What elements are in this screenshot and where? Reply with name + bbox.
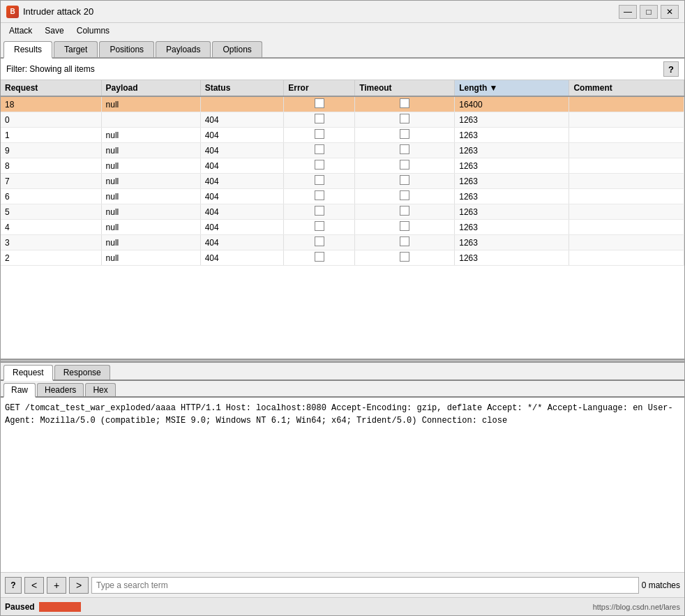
cell-error-checkbox[interactable] <box>315 144 324 154</box>
table-row[interactable]: 1null4041263 <box>1 128 684 143</box>
cell-error-checkbox[interactable] <box>315 190 324 200</box>
cell-timeout[interactable] <box>355 204 455 220</box>
cell-error[interactable] <box>284 112 355 128</box>
cell-error-checkbox[interactable] <box>315 236 324 246</box>
cell-timeout-checkbox[interactable] <box>400 221 409 231</box>
cell-error-checkbox[interactable] <box>315 252 324 262</box>
cell-timeout-checkbox[interactable] <box>400 129 409 139</box>
search-input[interactable] <box>91 577 639 594</box>
table-row[interactable]: 2null4041263 <box>1 250 684 266</box>
cell-error-checkbox[interactable] <box>315 98 324 108</box>
cell-timeout[interactable] <box>355 112 455 128</box>
paused-bar <box>39 602 81 612</box>
cell-error-checkbox[interactable] <box>315 206 324 216</box>
cell-timeout-checkbox[interactable] <box>400 252 409 262</box>
cell-timeout-checkbox[interactable] <box>400 160 409 170</box>
table-row[interactable]: 9null4041263 <box>1 143 684 158</box>
cell-timeout[interactable] <box>355 128 455 143</box>
title-bar: B Intruder attack 20 — □ ✕ <box>1 1 684 23</box>
bottom-help-button[interactable]: ? <box>5 577 22 594</box>
next-button[interactable]: > <box>69 577 89 594</box>
col-status[interactable]: Status <box>200 80 284 96</box>
menu-save[interactable]: Save <box>39 24 69 37</box>
cell-timeout-checkbox[interactable] <box>400 175 409 185</box>
cell-timeout[interactable] <box>355 158 455 174</box>
cell-timeout[interactable] <box>355 96 455 112</box>
help-button[interactable]: ? <box>663 61 679 77</box>
col-request[interactable]: Request <box>1 80 101 96</box>
cell-error-checkbox[interactable] <box>315 160 324 170</box>
bottom-section: Request Response Raw Headers Hex GET /to… <box>1 363 684 597</box>
sub-tab-request[interactable]: Request <box>3 365 53 381</box>
cell-error-checkbox[interactable] <box>315 129 324 139</box>
col-length[interactable]: Length ▼ <box>455 80 569 96</box>
cell-timeout-checkbox[interactable] <box>400 144 409 154</box>
cell-error[interactable] <box>284 128 355 143</box>
cell-error-checkbox[interactable] <box>315 114 324 123</box>
inner-tab-hex[interactable]: Hex <box>85 383 115 396</box>
table-row[interactable]: 18null16400 <box>1 96 684 112</box>
add-button[interactable]: + <box>47 577 66 594</box>
cell-error[interactable] <box>284 96 355 112</box>
request-content: GET /tomcat_test_war_exploded/aaaa HTTP/… <box>1 398 684 572</box>
tab-target[interactable]: Target <box>54 41 98 57</box>
cell-error-checkbox[interactable] <box>315 175 324 185</box>
table-row[interactable]: 7null4041263 <box>1 174 684 189</box>
cell-error[interactable] <box>284 220 355 235</box>
close-button[interactable]: ✕ <box>661 5 679 19</box>
table-row[interactable]: 3null4041263 <box>1 235 684 250</box>
tab-payloads[interactable]: Payloads <box>156 41 211 57</box>
cell-error[interactable] <box>284 158 355 174</box>
menu-columns[interactable]: Columns <box>71 24 115 37</box>
cell-error[interactable] <box>284 189 355 204</box>
maximize-button[interactable]: □ <box>640 5 658 19</box>
table-body: 18null16400040412631null40412639null4041… <box>1 96 684 266</box>
tab-results[interactable]: Results <box>3 41 52 59</box>
sub-tab-response[interactable]: Response <box>54 365 110 380</box>
menu-attack[interactable]: Attack <box>3 24 38 37</box>
cell-error[interactable] <box>284 250 355 266</box>
window-title: Intruder attack 20 <box>23 6 619 17</box>
cell-timeout-checkbox[interactable] <box>400 206 409 216</box>
cell-timeout-checkbox[interactable] <box>400 98 409 108</box>
cell-payload: null <box>101 143 200 158</box>
col-payload[interactable]: Payload <box>101 80 200 96</box>
prev-button[interactable]: < <box>24 577 44 594</box>
cell-timeout[interactable] <box>355 143 455 158</box>
cell-error[interactable] <box>284 235 355 250</box>
cell-timeout[interactable] <box>355 220 455 235</box>
cell-request: 2 <box>1 250 101 266</box>
table-row[interactable]: 8null4041263 <box>1 158 684 174</box>
cell-error[interactable] <box>284 174 355 189</box>
cell-timeout[interactable] <box>355 174 455 189</box>
cell-comment <box>569 128 684 143</box>
col-comment[interactable]: Comment <box>569 80 684 96</box>
cell-timeout-checkbox[interactable] <box>400 190 409 200</box>
inner-tab-bar: Raw Headers Hex <box>1 381 684 398</box>
cell-error[interactable] <box>284 204 355 220</box>
cell-error[interactable] <box>284 143 355 158</box>
tab-positions[interactable]: Positions <box>99 41 154 57</box>
table-row[interactable]: 04041263 <box>1 112 684 128</box>
cell-error-checkbox[interactable] <box>315 221 324 231</box>
title-controls: — □ ✕ <box>619 5 679 19</box>
inner-tab-raw[interactable]: Raw <box>3 383 36 398</box>
cell-timeout[interactable] <box>355 189 455 204</box>
inner-tab-headers[interactable]: Headers <box>37 383 84 396</box>
cell-timeout[interactable] <box>355 250 455 266</box>
tab-options[interactable]: Options <box>212 41 262 57</box>
table-row[interactable]: 4null4041263 <box>1 220 684 235</box>
minimize-button[interactable]: — <box>619 5 637 19</box>
cell-timeout-checkbox[interactable] <box>400 236 409 246</box>
table-row[interactable]: 6null4041263 <box>1 189 684 204</box>
cell-timeout[interactable] <box>355 235 455 250</box>
cell-payload: null <box>101 96 200 112</box>
cell-timeout-checkbox[interactable] <box>400 114 409 123</box>
cell-payload <box>101 112 200 128</box>
results-table: Request Payload Status Error Timeout Len… <box>1 80 684 266</box>
col-error[interactable]: Error <box>284 80 355 96</box>
cell-length: 1263 <box>455 250 569 266</box>
col-timeout[interactable]: Timeout <box>355 80 455 96</box>
cell-payload: null <box>101 128 200 143</box>
table-row[interactable]: 5null4041263 <box>1 204 684 220</box>
